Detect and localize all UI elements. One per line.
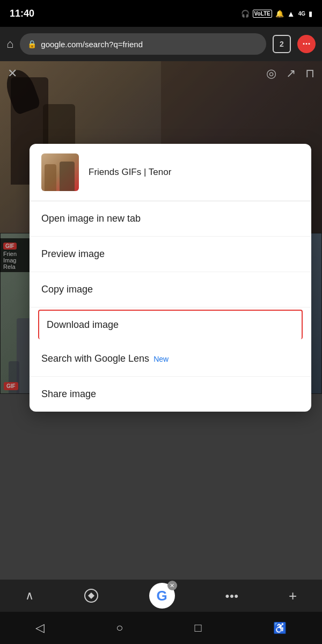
back-tab-button[interactable]: ∧ (25, 589, 34, 603)
preview-image-label: Preview image (41, 248, 105, 260)
battery-icon: ▮ (309, 10, 312, 18)
tab-count-button[interactable]: 2 (273, 35, 291, 53)
new-badge: New (153, 355, 169, 363)
volte-icon: VoLTE (253, 10, 272, 18)
network-icon: 4G (298, 11, 305, 17)
accessibility-button[interactable]: ♿ (273, 621, 287, 635)
nav-bar: ◁ ○ □ ♿ (0, 612, 322, 644)
placeholder-icon: ●●● (225, 591, 238, 600)
tab-count: 2 (280, 40, 284, 48)
menu-item-preview-image[interactable]: Preview image (30, 237, 311, 272)
menu-item-copy-image[interactable]: Copy image (30, 272, 311, 308)
menu-item-download-image[interactable]: Download image (38, 310, 303, 339)
home-nav-icon: ○ (116, 621, 123, 634)
menu-item-search-google-lens[interactable]: Search with Google Lens New (30, 341, 311, 377)
apps-button[interactable] (84, 588, 99, 603)
menu-button[interactable]: ··· (297, 35, 316, 53)
back-tab-icon: ∧ (25, 589, 34, 603)
share-image-label: Share image (41, 389, 96, 400)
copy-image-label: Copy image (41, 284, 93, 295)
status-bar: 11:40 🎧 VoLTE 🔔 ▲ 4G ▮ (0, 0, 322, 27)
home-icon: ⌂ (6, 37, 13, 50)
status-icons: 🎧 VoLTE 🔔 ▲ 4G ▮ (241, 9, 312, 18)
apps-icon (84, 588, 99, 603)
download-image-label: Download image (47, 319, 119, 331)
menu-header: Friends GIFs | Tenor (30, 144, 311, 201)
back-nav-icon: ◁ (35, 621, 45, 634)
status-time: 11:40 (10, 8, 34, 19)
home-button[interactable]: ⌂ (6, 37, 13, 51)
placeholder-tab-button[interactable]: ●●● (225, 591, 238, 600)
menu-item-download-wrapper: Download image (30, 308, 311, 341)
menu-item-open-new-tab[interactable]: Open image in new tab (30, 201, 311, 237)
url-bar[interactable]: 🔒 google.com/search?q=friend (20, 33, 266, 55)
headphone-icon: 🎧 (241, 10, 250, 18)
home-nav-button[interactable]: ○ (116, 621, 123, 635)
mute-icon: 🔔 (275, 10, 284, 18)
close-google-badge[interactable]: ✕ (167, 581, 177, 590)
menu-source-title: Friends GIFs | Tenor (89, 167, 171, 178)
menu-icon: ··· (302, 39, 310, 50)
address-bar: ⌂ 🔒 google.com/search?q=friend 2 ··· (0, 27, 322, 61)
url-text: google.com/search?q=friend (41, 40, 259, 49)
recents-nav-icon: □ (194, 621, 201, 634)
new-tab-button[interactable]: + (289, 588, 297, 604)
menu-item-share-image[interactable]: Share image (30, 377, 311, 412)
google-icon: G (157, 588, 167, 604)
accessibility-icon: ♿ (273, 622, 287, 634)
search-google-lens-label: Search with Google Lens (41, 353, 149, 364)
back-nav-button[interactable]: ◁ (35, 621, 45, 635)
open-new-tab-label: Open image in new tab (41, 213, 141, 224)
menu-thumbnail (41, 153, 79, 191)
signal-icon: ▲ (287, 9, 295, 18)
google-button[interactable]: G ✕ (149, 583, 175, 609)
tab-bar: ∧ G ✕ ●●● + (0, 580, 322, 612)
recents-nav-button[interactable]: □ (194, 621, 201, 635)
plus-icon: + (289, 588, 297, 604)
lock-icon: 🔒 (27, 40, 36, 48)
context-menu: Friends GIFs | Tenor Open image in new t… (30, 144, 311, 412)
